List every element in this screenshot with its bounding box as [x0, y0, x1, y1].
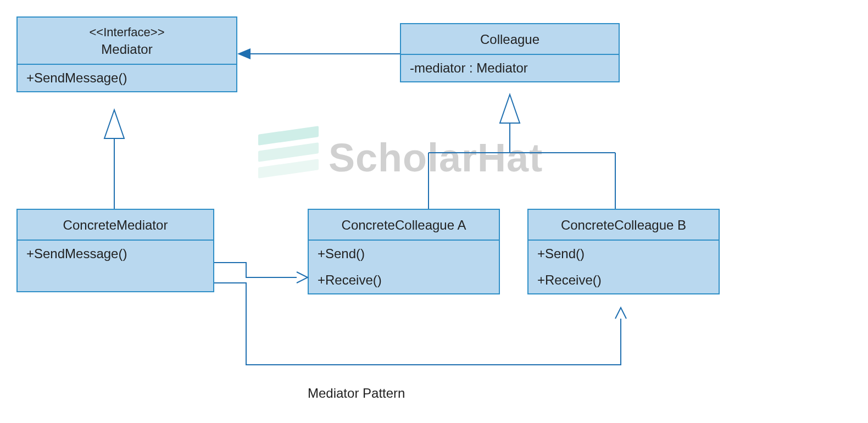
class-member: +SendMessage() [18, 65, 236, 91]
class-member: +SendMessage() [18, 241, 213, 267]
class-name: ConcreteMediator [63, 218, 168, 232]
arrowhead-solid-icon [237, 48, 251, 59]
class-member: +Receive() [309, 267, 499, 293]
arrowhead-open-icon [615, 308, 626, 319]
class-box-mediator: <<Interface>> Mediator +SendMessage() [16, 16, 237, 92]
class-title: ConcreteColleague A [309, 210, 499, 240]
class-member: +Receive() [528, 267, 719, 293]
arrowhead-hollow-icon [500, 94, 520, 123]
stereotype-label: <<Interface>> [23, 24, 231, 41]
watermark-logo-icon [258, 127, 319, 188]
class-member: +Send() [528, 241, 719, 267]
class-member: -mediator : Mediator [401, 55, 619, 81]
class-title: <<Interface>> Mediator [18, 18, 236, 64]
class-box-concrete-mediator: ConcreteMediator +SendMessage() [16, 209, 214, 292]
class-box-concrete-colleague-b: ConcreteColleague B +Send() +Receive() [527, 209, 720, 294]
class-name: Colleague [480, 32, 539, 47]
arrowhead-open-icon [297, 272, 308, 283]
class-title: ConcreteMediator [18, 210, 213, 240]
class-name: ConcreteColleague A [342, 218, 466, 232]
edge-concretemediator-to-a [214, 263, 297, 277]
edge-concretemediator-to-b [214, 283, 621, 365]
class-title: Colleague [401, 24, 619, 54]
watermark-text: ScholarHat [329, 135, 543, 180]
class-member: +Send() [309, 241, 499, 267]
class-box-colleague: Colleague -mediator : Mediator [400, 23, 620, 82]
arrowhead-hollow-icon [104, 110, 124, 138]
diagram-caption: Mediator Pattern [308, 386, 405, 401]
watermark: ScholarHat [258, 127, 543, 188]
class-name: ConcreteColleague B [561, 218, 686, 232]
class-box-concrete-colleague-a: ConcreteColleague A +Send() +Receive() [308, 209, 500, 294]
class-name: Mediator [101, 42, 152, 57]
class-title: ConcreteColleague B [528, 210, 719, 240]
